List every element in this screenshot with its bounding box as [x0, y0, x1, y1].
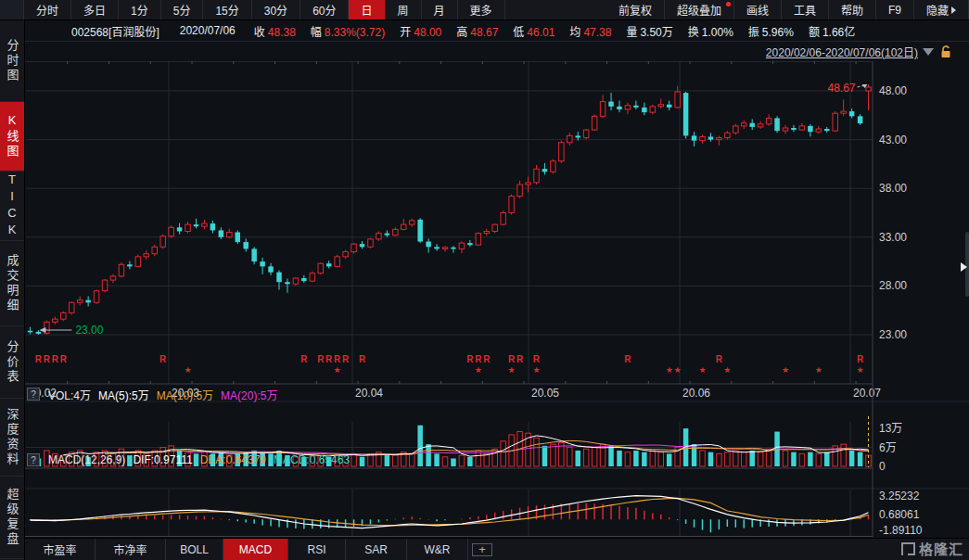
volume-bar [459, 455, 465, 466]
period-tab-15分[interactable]: 15分 [203, 0, 251, 19]
quote-field-量: 量3.50万 [626, 23, 672, 39]
candle-body [77, 300, 83, 303]
period-tab-日[interactable]: 日 [349, 0, 385, 19]
quote-value: 3.50万 [640, 26, 672, 39]
quote-value: 8.33%(3.72) [325, 26, 385, 39]
quote-value: 47.38 [583, 26, 611, 39]
tool-button-画线[interactable]: 画线 [734, 0, 782, 19]
event-marker-R: R [60, 354, 68, 364]
volume-bar [617, 451, 622, 466]
candle-body [766, 118, 771, 123]
date-range-selector[interactable]: 2020/02/06-2020/07/06(102日) [766, 44, 918, 59]
volume-bar [749, 451, 755, 466]
macd-axis-label: -1.89110 [879, 524, 923, 537]
candle-body [592, 116, 597, 130]
candle-body [169, 227, 174, 235]
chevron-down-icon[interactable] [923, 48, 934, 56]
candle-body [276, 273, 282, 283]
event-marker-R: R [508, 354, 516, 364]
candle-body [177, 227, 183, 231]
candle-body [376, 234, 382, 239]
candle-body [318, 263, 324, 274]
tool-button-隐藏[interactable]: 隐藏 [914, 0, 969, 19]
sidebar-item-分价表[interactable]: 分价表 [0, 326, 24, 399]
tab-MACD[interactable]: MACD [223, 539, 288, 560]
event-marker-star: ★ [185, 365, 192, 375]
event-marker-R: R [475, 354, 482, 364]
tab-SAR[interactable]: SAR [346, 539, 407, 560]
x-axis-label: 20.07 [853, 387, 881, 400]
candle-body [343, 252, 349, 257]
candle-body [567, 135, 573, 142]
help-icon[interactable]: ? [27, 388, 40, 401]
sidebar-item-深度资料[interactable]: 深度资料 [0, 399, 24, 477]
event-marker-star: ★ [532, 365, 540, 375]
quote-field-幅: 幅8.33%(3.72) [311, 23, 385, 39]
event-marker-R: R [533, 354, 541, 364]
tool-button-帮助[interactable]: 帮助 [829, 0, 876, 19]
volume-bar [642, 452, 647, 466]
volume-bar [700, 451, 706, 466]
candle-body [85, 300, 91, 303]
sidebar-item-成交明细[interactable]: 成交明细 [0, 241, 24, 326]
tool-button-前复权[interactable]: 前复权 [606, 0, 665, 19]
tool-button-F9[interactable]: F9 [876, 0, 914, 19]
candle-body [791, 128, 797, 130]
candle-body [667, 105, 672, 108]
sidebar-item-K线图[interactable]: K线图 [0, 102, 24, 172]
volume-bar [758, 452, 763, 466]
tool-button-工具[interactable]: 工具 [782, 0, 829, 19]
sidebar-item-超级复盘[interactable]: 超级复盘 [0, 477, 24, 559]
period-tab-月[interactable]: 月 [422, 0, 458, 19]
price-axis-label: 43.00 [879, 134, 907, 146]
period-tab-1分[interactable]: 1分 [119, 0, 161, 19]
indicator-value: MA(20):5万 [221, 387, 277, 402]
quote-field-额: 额1.66亿 [809, 23, 855, 39]
watermark: 格隆汇 [901, 539, 963, 558]
add-indicator-button[interactable]: + [472, 543, 492, 556]
candle-body [326, 263, 332, 266]
price-axis-label: 23.00 [879, 328, 907, 341]
tab-市净率[interactable]: 市净率 [96, 539, 166, 560]
candle-body [409, 221, 414, 224]
period-tab-周[interactable]: 周 [386, 0, 422, 19]
tab-BOLL[interactable]: BOLL [166, 539, 223, 560]
candle-body [417, 220, 423, 242]
candle-body [219, 230, 224, 236]
period-tab-更多[interactable]: 更多 [458, 0, 505, 19]
period-tab-30分[interactable]: 30分 [252, 0, 300, 19]
candle-body [717, 137, 722, 139]
candle-body [476, 234, 481, 246]
sidebar-item-分时图[interactable]: 分时图 [0, 20, 24, 102]
unlock-icon[interactable] [939, 45, 952, 59]
quote-value: 48.67 [470, 26, 498, 39]
quote-label: 均 [569, 26, 580, 39]
sidebar-item-TICK[interactable]: TICK [0, 172, 24, 241]
candle-body [509, 197, 515, 213]
period-tab-5分[interactable]: 5分 [161, 0, 204, 19]
candle-body [293, 278, 299, 284]
help-icon[interactable]: ? [27, 453, 40, 466]
candle-body [119, 264, 124, 276]
period-tab-多日[interactable]: 多日 [71, 0, 119, 19]
panel-expand-arrow[interactable] [961, 262, 967, 272]
event-marker-R: R [44, 354, 51, 364]
high-price-label: 48.67 [827, 82, 855, 95]
candle-body [650, 107, 656, 112]
volume-bar [766, 449, 771, 466]
quote-field-均: 均47.38 [569, 23, 611, 39]
candle-body [301, 278, 307, 281]
quote-value: 5.96% [762, 26, 794, 39]
tab-W&R[interactable]: W&R [407, 539, 468, 560]
tab-RSI[interactable]: RSI [288, 539, 346, 560]
candle-body [833, 113, 838, 131]
volume-bar [692, 444, 697, 466]
tab-市盈率[interactable]: 市盈率 [25, 539, 96, 560]
tool-button-超级叠加[interactable]: 超级叠加 [665, 0, 734, 19]
period-tab-分时[interactable]: 分时 [24, 0, 71, 19]
volume-bar [858, 452, 863, 466]
toolbar-corner-icon[interactable] [0, 0, 24, 19]
candle-body [858, 116, 863, 123]
period-tab-60分[interactable]: 60分 [300, 0, 349, 19]
candle-body [110, 276, 116, 280]
